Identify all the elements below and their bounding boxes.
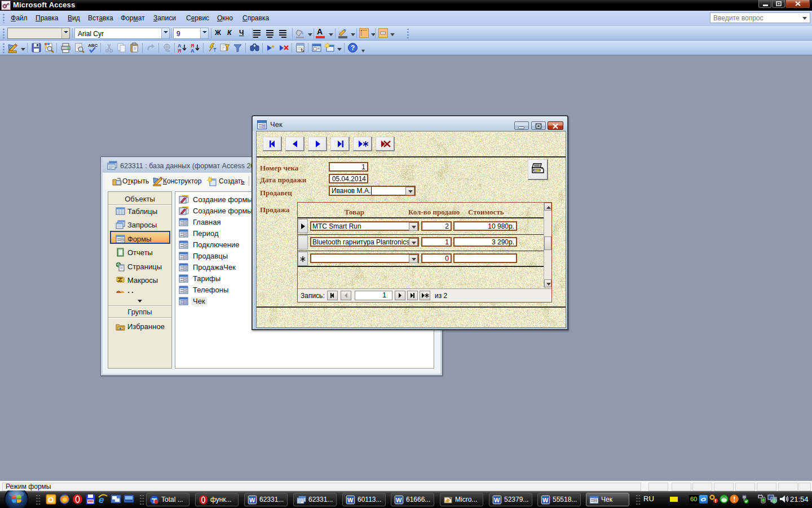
svg-text:W: W [249,497,255,503]
svg-text:Я: Я [178,48,181,54]
svg-text:W: W [494,497,500,503]
svg-text:*: * [272,44,275,52]
svg-text:А: А [191,48,195,54]
svg-text:W: W [347,497,354,503]
svg-text:W: W [396,497,402,503]
svg-text:ABC: ABC [88,43,98,48]
svg-text:?: ? [351,44,355,52]
svg-text:W: W [542,497,549,503]
svg-text:O: O [48,496,54,504]
